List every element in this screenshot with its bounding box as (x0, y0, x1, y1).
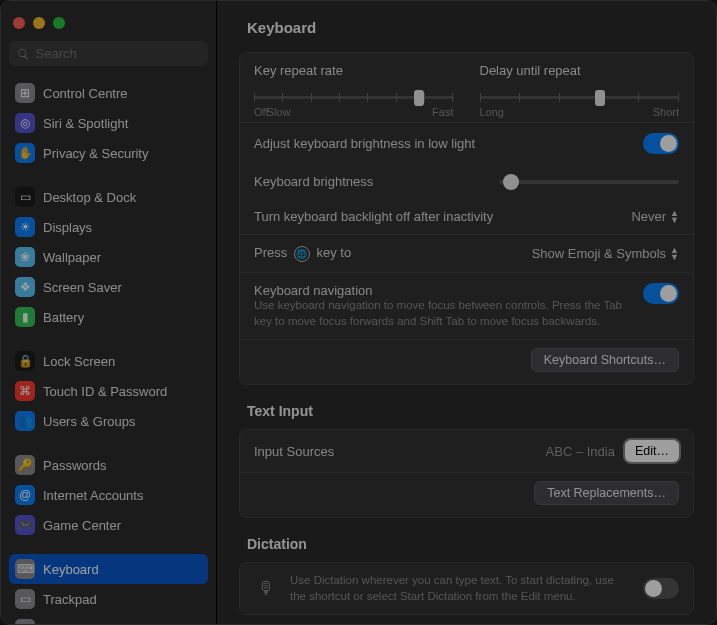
chevron-updown-icon: ▲▼ (670, 247, 679, 261)
sidebar-icon: ⊞ (15, 83, 35, 103)
sidebar-icon: 🎮 (15, 515, 35, 535)
keyboard-shortcuts-button[interactable]: Keyboard Shortcuts… (531, 348, 679, 372)
globe-key-label: Press 🌐 key to (254, 245, 351, 262)
sidebar-item-touch-id-password[interactable]: ⌘Touch ID & Password (9, 376, 208, 406)
brightness-slider[interactable] (499, 180, 679, 184)
sidebar: ⊞Control Centre◎Siri & Spotlight✋Privacy… (1, 1, 217, 624)
keyboard-settings-card: Key repeat rate Off Slow Fast Delay unti… (239, 52, 694, 385)
sidebar-icon: ❖ (15, 277, 35, 297)
sidebar-icon: 🔑 (15, 455, 35, 475)
sidebar-item-desktop-dock[interactable]: ▭Desktop & Dock (9, 182, 208, 212)
backlight-off-value: Never (631, 209, 666, 224)
sidebar-icon: ◎ (15, 113, 35, 133)
edit-input-sources-button[interactable]: Edit… (625, 440, 679, 462)
sidebar-item-label: Privacy & Security (43, 146, 148, 161)
window-controls (9, 9, 208, 41)
input-sources-label: Input Sources (254, 444, 334, 459)
sidebar-item-wallpaper[interactable]: ❀Wallpaper (9, 242, 208, 272)
sidebar-item-internet-accounts[interactable]: @Internet Accounts (9, 480, 208, 510)
sidebar-item-keyboard[interactable]: ⌨Keyboard (9, 554, 208, 584)
sidebar-item-label: Control Centre (43, 86, 128, 101)
sidebar-icon: ▮ (15, 307, 35, 327)
rate-fast: Fast (432, 106, 453, 118)
delay-until-repeat-slider[interactable] (480, 96, 680, 99)
sidebar-item-label: Printers & Scanners (43, 622, 159, 625)
keyboard-navigation-desc: Use keyboard navigation to move focus be… (254, 298, 631, 329)
dictation-card: 🎙 Use Dictation wherever you can type te… (239, 562, 694, 615)
dictation-heading: Dictation (217, 536, 716, 562)
maximize-button[interactable] (53, 17, 65, 29)
sidebar-item-privacy-security[interactable]: ✋Privacy & Security (9, 138, 208, 168)
sidebar-item-screen-saver[interactable]: ❖Screen Saver (9, 272, 208, 302)
backlight-off-dropdown[interactable]: Never ▲▼ (631, 209, 679, 224)
sidebar-icon: 🖨 (15, 619, 35, 624)
minimize-button[interactable] (33, 17, 45, 29)
auto-brightness-toggle[interactable] (643, 133, 679, 154)
sidebar-item-label: Displays (43, 220, 92, 235)
sidebar-item-siri-spotlight[interactable]: ◎Siri & Spotlight (9, 108, 208, 138)
sidebar-item-label: Users & Groups (43, 414, 135, 429)
sidebar-icon: ▭ (15, 187, 35, 207)
sidebar-icon: ✋ (15, 143, 35, 163)
delay-until-repeat-label: Delay until repeat (480, 63, 680, 78)
main-content: Keyboard Key repeat rate Off Slow Fast (217, 1, 716, 624)
sidebar-icon: 👥 (15, 411, 35, 431)
sidebar-item-label: Internet Accounts (43, 488, 143, 503)
input-sources-value: ABC – India (546, 444, 615, 459)
sidebar-item-displays[interactable]: ☀Displays (9, 212, 208, 242)
sidebar-icon: @ (15, 485, 35, 505)
sidebar-item-label: Siri & Spotlight (43, 116, 128, 131)
close-button[interactable] (13, 17, 25, 29)
sidebar-icon: 🔒 (15, 351, 35, 371)
sidebar-item-label: Trackpad (43, 592, 97, 607)
sidebar-item-label: Keyboard (43, 562, 99, 577)
sidebar-item-passwords[interactable]: 🔑Passwords (9, 450, 208, 480)
rate-slow: Slow (267, 106, 291, 118)
sidebar-icon: ❀ (15, 247, 35, 267)
sidebar-icon: ☀ (15, 217, 35, 237)
sidebar-item-printers-scanners[interactable]: 🖨Printers & Scanners (9, 614, 208, 624)
sidebar-icon: ⌨ (15, 559, 35, 579)
sidebar-item-game-center[interactable]: 🎮Game Center (9, 510, 208, 540)
search-icon (17, 47, 30, 61)
sidebar-item-label: Passwords (43, 458, 107, 473)
sidebar-item-label: Wallpaper (43, 250, 101, 265)
dictation-desc: Use Dictation wherever you can type text… (290, 573, 631, 604)
auto-brightness-label: Adjust keyboard brightness in low light (254, 136, 475, 151)
sidebar-item-label: Touch ID & Password (43, 384, 167, 399)
delay-short: Short (653, 106, 679, 118)
chevron-updown-icon: ▲▼ (670, 210, 679, 224)
sidebar-icon: ⌘ (15, 381, 35, 401)
sidebar-item-users-groups[interactable]: 👥Users & Groups (9, 406, 208, 436)
microphone-icon: 🎙 (254, 578, 278, 599)
page-title: Keyboard (217, 9, 716, 52)
text-input-heading: Text Input (217, 403, 716, 429)
text-replacements-button[interactable]: Text Replacements… (534, 481, 679, 505)
sidebar-icon: ▭ (15, 589, 35, 609)
sidebar-item-label: Desktop & Dock (43, 190, 136, 205)
sidebar-item-control-centre[interactable]: ⊞Control Centre (9, 78, 208, 108)
globe-key-dropdown[interactable]: Show Emoji & Symbols ▲▼ (532, 246, 679, 261)
keyboard-navigation-toggle[interactable] (643, 283, 679, 304)
sidebar-item-label: Lock Screen (43, 354, 115, 369)
globe-key-value: Show Emoji & Symbols (532, 246, 666, 261)
delay-long: Long (480, 106, 504, 118)
text-input-card: Input Sources ABC – India Edit… Text Rep… (239, 429, 694, 518)
sidebar-item-label: Game Center (43, 518, 121, 533)
sidebar-item-lock-screen[interactable]: 🔒Lock Screen (9, 346, 208, 376)
sidebar-item-label: Battery (43, 310, 84, 325)
key-repeat-rate-slider[interactable] (254, 96, 454, 99)
globe-icon: 🌐 (294, 246, 310, 262)
dictation-toggle[interactable] (643, 578, 679, 599)
keyboard-navigation-label: Keyboard navigation (254, 283, 631, 298)
search-input[interactable] (36, 46, 200, 61)
backlight-off-label: Turn keyboard backlight off after inacti… (254, 209, 493, 224)
search-field[interactable] (9, 41, 208, 66)
sidebar-item-battery[interactable]: ▮Battery (9, 302, 208, 332)
sidebar-item-label: Screen Saver (43, 280, 122, 295)
brightness-slider-label: Keyboard brightness (254, 174, 373, 189)
sidebar-item-trackpad[interactable]: ▭Trackpad (9, 584, 208, 614)
key-repeat-rate-label: Key repeat rate (254, 63, 454, 78)
